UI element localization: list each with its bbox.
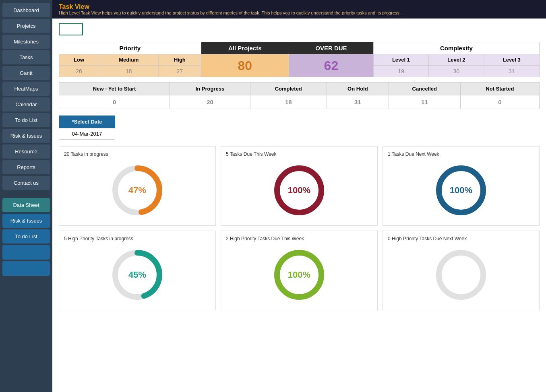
status-header: Not Started bbox=[460, 83, 539, 95]
status-header: On Hold bbox=[327, 83, 389, 95]
svg-point-10 bbox=[439, 253, 483, 297]
content-area: Priority All Projects OVER DUE Complexit… bbox=[52, 19, 546, 320]
level1-value: 19 bbox=[373, 66, 428, 77]
donut-card: 0 High Priority Tasks Due Next Week bbox=[383, 231, 540, 310]
level3-header: Level 3 bbox=[484, 54, 539, 66]
status-headers: New - Yet to StartIn ProgressCompletedOn… bbox=[59, 83, 540, 95]
donut-percentage-label: 100% bbox=[450, 185, 472, 196]
donut-percentage-label: 47% bbox=[128, 185, 146, 196]
sidebar-item-todolist-2[interactable]: To do List bbox=[2, 229, 50, 243]
donut-container: 100% bbox=[388, 160, 534, 221]
priority-table: Priority All Projects OVER DUE Complexit… bbox=[59, 42, 540, 77]
donut-container: 45% bbox=[64, 245, 211, 305]
sidebar-item-datasheet[interactable]: Data Sheet bbox=[2, 198, 50, 212]
page-title: Task View bbox=[59, 3, 540, 10]
status-table: New - Yet to StartIn ProgressCompletedOn… bbox=[59, 82, 540, 109]
donut-wrapper: 100% bbox=[271, 247, 327, 303]
donut-card: 5 Tasks Due This Week100% bbox=[221, 146, 378, 226]
status-header: New - Yet to Start bbox=[59, 83, 170, 95]
card-title: 1 Tasks Due Next Week bbox=[388, 151, 534, 157]
page-subtitle: High Level Task View helps you to quickl… bbox=[59, 10, 540, 15]
sidebar-item-empty-1 bbox=[2, 245, 50, 260]
donut-container: 100% bbox=[226, 160, 372, 221]
high-value: 27 bbox=[159, 66, 201, 77]
sidebar-item-todolist[interactable]: To do List bbox=[2, 113, 50, 127]
level3-value: 31 bbox=[484, 66, 539, 77]
low-value: 26 bbox=[59, 66, 99, 77]
sidebar-item-calendar[interactable]: Calendar bbox=[2, 97, 50, 111]
donut-svg bbox=[433, 247, 489, 303]
sidebar-item-projects[interactable]: Projetcs bbox=[2, 19, 50, 33]
status-value: 0 bbox=[460, 95, 539, 109]
status-value: 18 bbox=[250, 95, 327, 109]
donut-card: 5 High Priority Tasks in progress45% bbox=[59, 231, 216, 310]
overdue-value: 62 bbox=[289, 54, 374, 77]
card-title: 20 Tasks in progress bbox=[64, 151, 211, 157]
sidebar-divider bbox=[2, 192, 50, 196]
card-title: 0 High Priority Tasks Due Next Week bbox=[388, 236, 534, 241]
select-date-button[interactable]: *Select Date bbox=[59, 116, 115, 128]
donut-wrapper: 100% bbox=[433, 162, 489, 219]
sidebar-item-empty-2 bbox=[2, 261, 50, 276]
all-projects-header: All Projects bbox=[201, 42, 289, 54]
donut-percentage-label: 100% bbox=[288, 270, 310, 280]
main-content: Task View High Level Task View helps you… bbox=[52, 0, 546, 392]
status-value: 11 bbox=[389, 95, 460, 109]
excel-icon[interactable] bbox=[59, 23, 83, 35]
high-header: High bbox=[159, 54, 201, 66]
status-values: 0201831110 bbox=[59, 95, 540, 109]
sidebar-item-reports[interactable]: Reports bbox=[2, 160, 50, 174]
donut-card: 1 Tasks Due Next Week100% bbox=[383, 146, 540, 226]
sidebar-item-risk-issues-2[interactable]: Risk & Issues bbox=[2, 214, 50, 228]
donut-container: 47% bbox=[64, 160, 211, 221]
status-header: In Progress bbox=[170, 83, 250, 95]
level2-value: 30 bbox=[429, 66, 484, 77]
sidebar: Dashboard Projetcs Milestones Tasks Gant… bbox=[0, 0, 52, 392]
level2-header: Level 2 bbox=[429, 54, 484, 66]
all-projects-value: 80 bbox=[201, 54, 289, 77]
donut-percentage-label: 45% bbox=[128, 270, 146, 280]
card-title: 5 High Priority Tasks in progress bbox=[64, 236, 211, 241]
sidebar-item-gantt[interactable]: Gantt bbox=[2, 66, 50, 80]
sidebar-item-heatmaps[interactable]: HeatMaps bbox=[2, 82, 50, 96]
donut-card: 2 High Priority Tasks Due This Week100% bbox=[221, 231, 378, 310]
donut-container bbox=[388, 245, 534, 305]
sidebar-item-contact[interactable]: Contact us bbox=[2, 176, 50, 190]
status-header: Cancelled bbox=[389, 83, 460, 95]
donut-wrapper: 45% bbox=[109, 247, 165, 303]
level1-header: Level 1 bbox=[373, 54, 428, 66]
medium-value: 18 bbox=[99, 66, 159, 77]
status-value: 0 bbox=[59, 95, 170, 109]
donut-cards-grid: 20 Tasks in progress47%5 Tasks Due This … bbox=[59, 146, 540, 310]
status-value: 31 bbox=[327, 95, 389, 109]
donut-wrapper: 100% bbox=[271, 162, 327, 219]
sidebar-item-resource[interactable]: Resource bbox=[2, 144, 50, 159]
donut-card: 20 Tasks in progress47% bbox=[59, 146, 216, 226]
overdue-header: OVER DUE bbox=[289, 42, 374, 54]
priority-header: Priority bbox=[59, 42, 201, 54]
donut-wrapper bbox=[433, 247, 489, 303]
donut-percentage-label: 100% bbox=[288, 185, 310, 196]
date-selector: *Select Date 04-Mar-2017 bbox=[59, 116, 540, 140]
sidebar-item-risk-issues[interactable]: Risk & Issues bbox=[2, 129, 50, 143]
status-value: 20 bbox=[170, 95, 250, 109]
sidebar-item-dashboard[interactable]: Dashboard bbox=[2, 3, 50, 17]
complexity-header: Complexity bbox=[373, 42, 539, 54]
medium-header: Medium bbox=[99, 54, 159, 66]
donut-wrapper: 47% bbox=[109, 162, 165, 219]
sidebar-item-tasks[interactable]: Tasks bbox=[2, 50, 50, 64]
card-title: 2 High Priority Tasks Due This Week bbox=[226, 236, 372, 241]
card-title: 5 Tasks Due This Week bbox=[226, 151, 372, 157]
date-display: 04-Mar-2017 bbox=[59, 128, 115, 140]
sidebar-item-milestones[interactable]: Milestones bbox=[2, 35, 50, 49]
status-header: Completed bbox=[250, 83, 327, 95]
page-header: Task View High Level Task View helps you… bbox=[52, 0, 546, 19]
low-header: Low bbox=[59, 54, 99, 66]
donut-container: 100% bbox=[226, 245, 372, 305]
